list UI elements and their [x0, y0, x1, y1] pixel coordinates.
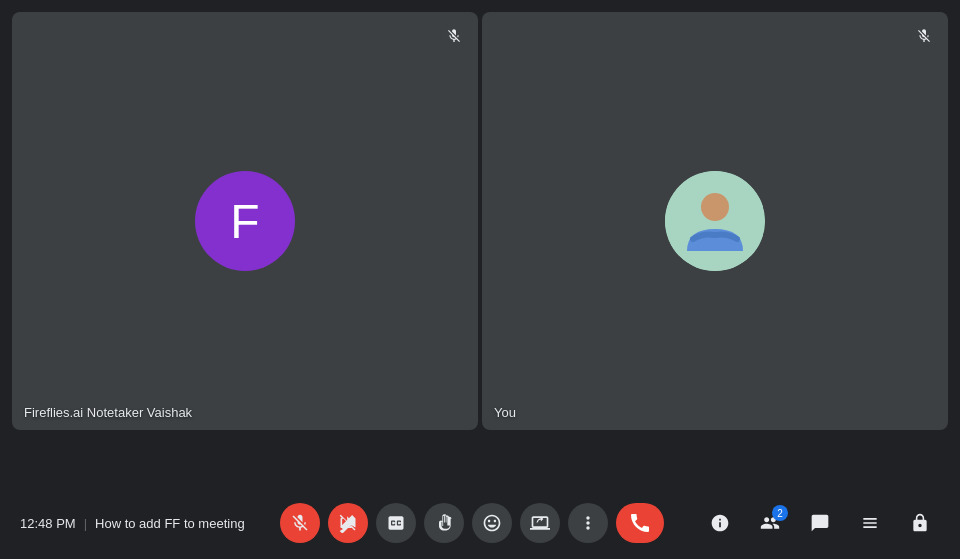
captions-button[interactable] — [376, 503, 416, 543]
meeting-time: 12:48 PM — [20, 516, 76, 531]
control-buttons — [245, 503, 700, 543]
participant-tile-you: You — [482, 12, 948, 430]
video-grid: F Fireflies.ai Notetaker Vaishak You — [0, 0, 960, 430]
participant-avatar-you — [665, 171, 765, 271]
emoji-button[interactable] — [472, 503, 512, 543]
participant-name-you: You — [494, 405, 516, 420]
host-controls-button[interactable] — [900, 503, 940, 543]
participant-name-fireflies: Fireflies.ai Notetaker Vaishak — [24, 405, 192, 420]
mute-badge-you — [910, 22, 938, 50]
camera-button[interactable] — [328, 503, 368, 543]
mute-badge-fireflies — [440, 22, 468, 50]
activities-button[interactable] — [850, 503, 890, 543]
chat-button[interactable] — [800, 503, 840, 543]
info-button[interactable] — [700, 503, 740, 543]
meeting-title: How to add FF to meeting — [95, 516, 245, 531]
people-badge: 2 — [772, 505, 788, 521]
end-call-button[interactable] — [616, 503, 664, 543]
participant-tile-fireflies: F Fireflies.ai Notetaker Vaishak — [12, 12, 478, 430]
meeting-info-left: 12:48 PM | How to add FF to meeting — [20, 516, 245, 531]
right-controls: 2 — [700, 503, 940, 543]
svg-point-2 — [701, 193, 729, 221]
divider: | — [84, 516, 87, 531]
people-button[interactable]: 2 — [750, 503, 790, 543]
participant-avatar-fireflies: F — [195, 171, 295, 271]
raise-hand-button[interactable] — [424, 503, 464, 543]
mic-button[interactable] — [280, 503, 320, 543]
more-options-button[interactable] — [568, 503, 608, 543]
bottom-bar: 12:48 PM | How to add FF to meeting — [0, 487, 960, 559]
present-button[interactable] — [520, 503, 560, 543]
